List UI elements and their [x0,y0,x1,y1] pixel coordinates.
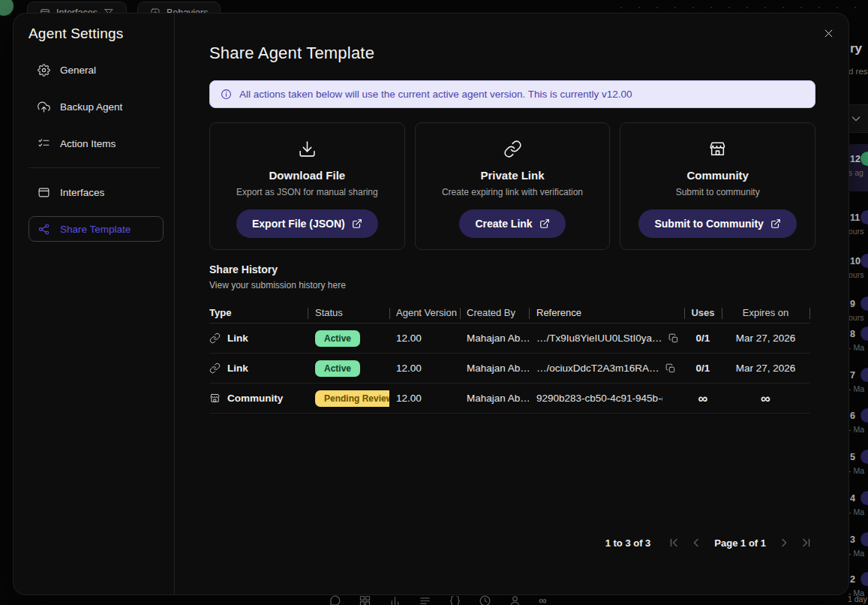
link-icon [209,363,221,374]
sidebar-item-label: Share Template [60,224,131,235]
version-item-10[interactable]: 10ours [848,256,868,289]
sidebar-item-backup-agent[interactable]: Backup Agent [29,94,164,119]
expires-cell: Mar 27, 2026 [722,354,809,383]
version-filter-bar[interactable] [848,104,868,133]
uses-cell: 0/1 [684,324,722,353]
created-by-cell: Mahajan Ab… [460,354,529,383]
type-cell: Community [209,384,308,413]
version-item-6[interactable]: 6- Ma [848,411,868,444]
create-link-button[interactable]: Create Link [459,209,565,238]
ext-icon [352,218,362,229]
version-history-panel: ry d res 12s ag11ours10ours9ours8- Ma7- … [848,0,868,605]
copy-reference-button[interactable] [665,363,676,374]
infinity-icon[interactable]: ∞ [539,594,547,605]
version-meta-fragment: - Ma [848,343,864,352]
card-button-label: Create Link [475,218,532,230]
version-meta-fragment: - Ma [848,507,864,516]
chevron-left-icon [689,536,703,549]
version-meta-fragment: - Ma [848,549,864,558]
chevron-right-icon [777,536,791,549]
share-card-download-file: Download FileExport as JSON for manual s… [209,122,405,250]
prev-page-button[interactable] [688,534,704,551]
clock-icon [479,594,491,605]
user-icon[interactable] [509,594,521,605]
user-icon [509,594,521,605]
canvas-toolbar[interactable]: ∞ [329,594,547,605]
ext-icon [539,218,550,229]
copy-reference-button[interactable] [668,333,679,344]
expires-cell: Mar 27, 2026 [722,324,809,353]
pagination-page-label: Page 1 of 1 [714,537,766,549]
card-title: Private Link [480,169,544,182]
sidebar-item-label: Interfaces [60,187,104,198]
type-cell: Link [209,354,308,383]
share-history-title: Share History [209,263,815,275]
version-meta-fragment: s ag [848,168,863,177]
modal-title: Agent Settings [29,26,164,42]
version-meta-fragment: ours [848,227,863,236]
workspace-avatar [0,0,15,17]
sidebar-item-general[interactable]: General [29,57,164,83]
reference-cell: …/Tx9Iu8YieIUU0LStI0ya… [529,324,684,353]
info-banner-text: All actions taken below will use the cur… [239,89,632,100]
rows-icon [419,594,431,605]
column-header-status: Status [308,302,389,323]
info-icon [221,89,232,100]
version-meta-fragment: - Ma [848,425,864,434]
clock-icon[interactable] [479,594,491,605]
created-by-cell: Mahajan Ab… [460,384,529,413]
info-banner: All actions taken below will use the cur… [209,80,815,108]
version-item-12[interactable]: 12s ag [848,154,868,187]
version-item-7[interactable]: 7- Ma [848,370,868,403]
sidebar-item-interfaces[interactable]: Interfaces [29,179,164,205]
submit-to-community-button[interactable]: Submit to Community [638,209,796,238]
reference-cell: …/ociuxDdcT2A3m16RA… [529,354,684,383]
version-item-4[interactable]: 4- Ma [848,493,868,526]
uses-cell: ∞ [684,384,722,413]
reference-cell: 9290b283-cb50-4c91-945b-e… [529,384,684,413]
version-meta-fragment: ours [848,313,863,322]
version-item-3[interactable]: 3- Ma [848,534,868,567]
card-subtitle: Submit to community [676,187,760,197]
version-item-11[interactable]: 11ours [848,212,868,245]
column-header-expires-on: Expires on [722,302,809,323]
export-file-json-button[interactable]: Export File (JSON) [236,209,378,238]
sidebar-item-share-template[interactable]: Share Template [29,216,164,242]
created-by-cell: Mahajan Ab… [460,324,529,353]
status-badge: Active [315,360,360,377]
status-cell: Active [308,324,389,353]
share-history-subtitle: View your submission history here [209,280,815,290]
link-icon [209,333,221,344]
grid-icon[interactable] [359,594,371,605]
store-icon [209,393,221,404]
chart-icon [389,594,401,605]
chat-icon[interactable] [329,594,341,605]
braces-icon[interactable] [449,594,461,605]
chart-icon[interactable] [389,594,401,605]
table-header: TypeStatusAgent VersionCreated ByReferen… [209,302,810,324]
version-item-5[interactable]: 5- Ma [848,452,868,485]
table-row: LinkActive12.00Mahajan Ab……/Tx9Iu8YieIUU… [209,324,810,354]
last-page-button[interactable] [797,534,814,551]
column-divider [809,302,810,323]
version-meta-fragment: - Ma [848,466,864,475]
canvas-dot-grid-top [609,0,868,14]
card-button-label: Submit to Community [654,218,763,230]
sidebar-item-action-items[interactable]: Action Items [29,131,164,156]
grid-icon [359,594,371,605]
share-icon [38,223,50,236]
copy-icon [665,363,676,374]
column-header-reference: Reference [529,302,684,323]
store-icon [708,140,727,158]
rows-icon[interactable] [419,594,431,605]
first-page-button[interactable] [666,534,683,551]
next-page-button[interactable] [776,534,792,551]
version-item-8[interactable]: 8- Ma [848,329,868,362]
version-meta-fragment: ours [848,270,863,279]
agent-version-cell: 12.00 [389,354,460,383]
settings-sidebar: Agent Settings GeneralBackup AgentAction… [14,14,175,594]
pagination: 1 to 3 of 3 Page 1 of 1 [209,534,815,551]
column-header-created-by: Created By [460,302,529,323]
pagination-range: 1 to 3 of 3 [605,537,651,549]
card-title: Community [686,169,749,182]
